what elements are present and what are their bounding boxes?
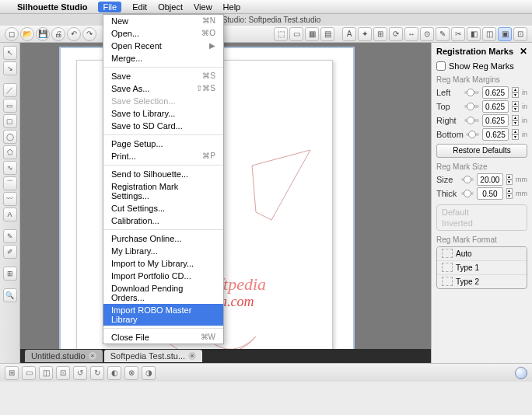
format-auto[interactable]: Auto [437, 247, 527, 261]
size-stepper[interactable]: ▴▾ [506, 188, 513, 199]
draw-note-tool[interactable]: ✎ [3, 229, 17, 243]
menu-item-import-portfolio-cd[interactable]: Import Portfolio CD... [103, 270, 223, 282]
line-tool[interactable]: ／ [3, 83, 17, 97]
margin-input-right[interactable] [482, 114, 509, 127]
format-type2[interactable]: Type 2 [437, 275, 527, 288]
tb-icon-10[interactable]: ⊙ [420, 27, 434, 41]
margin-stepper[interactable]: ▴▾ [512, 129, 519, 140]
bb-icon-02[interactable]: ▭ [22, 366, 36, 380]
menu-item-my-library[interactable]: My Library... [103, 245, 223, 257]
menu-item-open[interactable]: Open...⌘O [103, 27, 223, 40]
menu-item-save-to-sd-card[interactable]: Save to SD Card... [103, 120, 223, 132]
menu-help[interactable]: Help [223, 2, 241, 12]
tb-icon-01[interactable]: ⬚ [274, 27, 288, 41]
bb-icon-08[interactable]: ⊗ [124, 366, 138, 380]
bb-icon-06[interactable]: ↻ [90, 366, 104, 380]
redo-button[interactable]: ↷ [82, 27, 96, 41]
panel-close-icon[interactable]: ✕ [520, 46, 527, 57]
menu-item-save-as[interactable]: Save As...⇧⌘S [103, 82, 223, 95]
margin-stepper[interactable]: ▴▾ [512, 87, 519, 98]
tb-icon-16[interactable]: ⊡ [513, 27, 527, 41]
tb-icon-13[interactable]: ◧ [467, 27, 481, 41]
menu-item-import-robo-master-library[interactable]: Import ROBO Master Library [103, 304, 223, 326]
size-input-size[interactable] [477, 173, 503, 186]
menu-item-open-recent[interactable]: Open Recent▶ [103, 40, 223, 52]
rectangle-tool[interactable]: ▭ [3, 99, 17, 113]
rounded-rect-tool[interactable]: ▢ [3, 114, 17, 128]
tb-icon-07[interactable]: ⊞ [373, 27, 387, 41]
tb-icon-04[interactable]: ▤ [320, 27, 334, 41]
tb-icon-06[interactable]: ✦ [358, 27, 372, 41]
doc-tab-softpedia[interactable]: Softpedia Test.stu... × [104, 350, 202, 362]
select-tool[interactable]: ↖ [3, 46, 17, 60]
app-name[interactable]: Silhouette Studio [17, 2, 87, 12]
tb-icon-11[interactable]: ✎ [436, 27, 450, 41]
curve-tool[interactable]: ∿ [3, 161, 17, 175]
tb-icon-08[interactable]: ⟳ [389, 27, 403, 41]
menu-edit[interactable]: Edit [132, 2, 147, 12]
tb-icon-02[interactable]: ▭ [289, 27, 303, 41]
zoom-tool[interactable]: 🔍 [3, 288, 17, 302]
bb-icon-07[interactable]: ◐ [107, 366, 121, 380]
arc-tool[interactable]: ⌒ [3, 176, 17, 190]
tb-icon-05[interactable]: A [342, 27, 356, 41]
bb-icon-01[interactable]: ⊞ [5, 366, 19, 380]
polygon-tool[interactable]: ⬠ [3, 145, 17, 159]
print-button[interactable]: 🖨 [51, 27, 65, 41]
show-reg-marks-checkbox[interactable] [436, 61, 446, 71]
silhouette-orb-icon[interactable] [515, 367, 527, 379]
size-slider[interactable] [461, 178, 474, 181]
new-doc-button[interactable]: ◻ [5, 27, 19, 41]
margin-input-left[interactable] [482, 86, 509, 99]
menu-item-cut-settings[interactable]: Cut Settings... [103, 202, 223, 214]
bb-icon-05[interactable]: ↺ [73, 366, 87, 380]
bb-icon-09[interactable]: ◑ [142, 366, 156, 380]
menu-item-download-pending-orders[interactable]: Download Pending Orders... [103, 282, 223, 304]
menu-file[interactable]: File [98, 2, 121, 12]
doc-tab-untitled[interactable]: Untitled.studio × [25, 350, 103, 362]
ellipse-tool[interactable]: ◯ [3, 130, 17, 144]
open-doc-button[interactable]: 📂 [20, 27, 34, 41]
freehand-tool[interactable]: 〰 [3, 192, 17, 206]
tb-icon-12[interactable]: ✂ [451, 27, 465, 41]
edit-points-tool[interactable]: ↘ [3, 61, 17, 75]
margin-input-top[interactable] [482, 100, 509, 113]
menu-item-save-to-library[interactable]: Save to Library... [103, 107, 223, 120]
menu-item-new[interactable]: New⌘N [103, 15, 223, 27]
margin-slider[interactable] [464, 119, 479, 122]
bb-icon-04[interactable]: ⊡ [56, 366, 70, 380]
tb-icon-09[interactable]: ↔ [404, 27, 418, 41]
menu-item-send-to-silhouette[interactable]: Send to Silhouette... [103, 168, 223, 180]
undo-button[interactable]: ↶ [67, 27, 81, 41]
eraser-tool[interactable]: ✐ [3, 245, 17, 259]
tb-icon-registration[interactable]: ▣ [498, 27, 512, 41]
text-tool[interactable]: A [3, 208, 17, 221]
margin-slider[interactable] [464, 91, 479, 94]
knife-tool[interactable]: ⊞ [3, 267, 17, 281]
margin-stepper[interactable]: ▴▾ [512, 115, 519, 126]
size-stepper[interactable]: ▴▾ [506, 174, 513, 185]
tb-icon-14[interactable]: ◫ [482, 27, 496, 41]
menu-item-print[interactable]: Print...⌘P [103, 150, 223, 162]
margin-stepper[interactable]: ▴▾ [512, 101, 519, 112]
menu-item-import-to-my-library[interactable]: Import to My Library... [103, 257, 223, 270]
close-icon[interactable]: × [89, 352, 96, 360]
close-icon[interactable]: × [188, 352, 196, 360]
save-button[interactable]: 💾 [36, 27, 50, 41]
menu-item-calibration[interactable]: Calibration... [103, 214, 223, 227]
size-slider[interactable] [461, 192, 474, 195]
format-type1[interactable]: Type 1 [437, 261, 527, 275]
margin-slider[interactable] [464, 105, 479, 108]
menu-item-merge[interactable]: Merge... [103, 52, 223, 65]
drawn-shape-1[interactable] [248, 142, 326, 228]
menu-item-save[interactable]: Save⌘S [103, 70, 223, 82]
canvas-area[interactable]: test Softpedia dia.com Untitled.studio ×… [20, 43, 431, 363]
menu-item-purchase-online[interactable]: Purchase Online... [103, 232, 223, 245]
menu-view[interactable]: View [194, 2, 212, 12]
bb-icon-03[interactable]: ◫ [39, 366, 53, 380]
restore-defaults-button[interactable]: Restore Defaults [436, 144, 527, 158]
menu-item-page-setup[interactable]: Page Setup... [103, 138, 223, 150]
tb-icon-03[interactable]: ▦ [305, 27, 319, 41]
margin-slider[interactable] [466, 133, 479, 136]
size-input-thick[interactable] [477, 187, 503, 200]
